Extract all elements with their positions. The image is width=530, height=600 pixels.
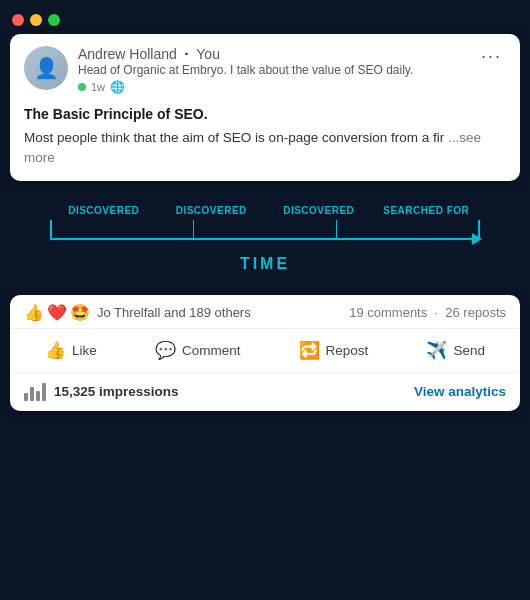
reaction-persons[interactable]: Jo Threlfall and 189 others bbox=[97, 305, 251, 320]
timeline-labels: DISCOVERED DISCOVERED DISCOVERED SEARCHE… bbox=[40, 205, 490, 216]
reaction-counts: 19 comments · 26 reposts bbox=[349, 305, 506, 320]
author-name: Andrew Holland · You bbox=[78, 46, 413, 62]
post-text: Most people think that the aim of SEO is… bbox=[24, 128, 506, 169]
post-header-left: 👤 Andrew Holland · You Head of Organic a… bbox=[24, 46, 413, 94]
tick-3 bbox=[336, 220, 338, 238]
bar-chart-icon bbox=[24, 383, 46, 401]
reactions-row: 👍 ❤️ 🤩 Jo Threlfall and 189 others 19 co… bbox=[10, 295, 520, 329]
send-button[interactable]: ✈️ Send bbox=[416, 333, 495, 368]
globe-icon: 🌐 bbox=[110, 80, 125, 94]
timeline-label-1: DISCOVERED bbox=[50, 205, 158, 216]
impressions-left: 15,325 impressions bbox=[24, 383, 179, 401]
repost-button[interactable]: 🔁 Repost bbox=[289, 333, 379, 368]
online-indicator bbox=[78, 83, 86, 91]
timeline-arrow bbox=[472, 233, 482, 245]
more-options-button[interactable]: ··· bbox=[477, 46, 506, 67]
timeline-line-wrapper bbox=[50, 238, 480, 241]
time-label: TIME bbox=[240, 255, 290, 273]
post-header: 👤 Andrew Holland · You Head of Organic a… bbox=[10, 34, 520, 102]
timeline-label-2: DISCOVERED bbox=[158, 205, 266, 216]
post-title: The Basic Principle of SEO. bbox=[24, 106, 506, 122]
like-icon: 👍 bbox=[45, 340, 66, 361]
avatar: 👤 bbox=[24, 46, 68, 90]
bottom-card: 👍 ❤️ 🤩 Jo Threlfall and 189 others 19 co… bbox=[10, 295, 520, 411]
tick-2 bbox=[193, 220, 195, 238]
like-button[interactable]: 👍 Like bbox=[35, 333, 107, 368]
author-info: Andrew Holland · You Head of Organic at … bbox=[78, 46, 413, 94]
timeline-label-3: DISCOVERED bbox=[265, 205, 373, 216]
timeline-label-4: SEARCHED FOR bbox=[373, 205, 481, 216]
tick-1 bbox=[50, 220, 52, 238]
post-card: 👤 Andrew Holland · You Head of Organic a… bbox=[10, 34, 520, 181]
timeline-track bbox=[40, 220, 490, 241]
repost-icon: 🔁 bbox=[299, 340, 320, 361]
author-title: Head of Organic at Embryo. I talk about … bbox=[78, 63, 413, 77]
comment-icon: 💬 bbox=[155, 340, 176, 361]
wow-emoji: 🤩 bbox=[70, 303, 90, 322]
like-emoji: 👍 bbox=[24, 303, 44, 322]
timeline-area: DISCOVERED DISCOVERED DISCOVERED SEARCHE… bbox=[10, 181, 520, 283]
comment-button[interactable]: 💬 Comment bbox=[145, 333, 251, 368]
reaction-avatars: 👍 ❤️ 🤩 Jo Threlfall and 189 others bbox=[24, 303, 251, 322]
timeline-line bbox=[50, 238, 480, 241]
send-icon: ✈️ bbox=[426, 340, 447, 361]
heart-emoji: ❤️ bbox=[47, 303, 67, 322]
timeline-ticks bbox=[50, 220, 480, 238]
actions-row: 👍 Like 💬 Comment 🔁 Repost ✈️ Send bbox=[10, 329, 520, 373]
post-content: The Basic Principle of SEO. Most people … bbox=[10, 102, 520, 181]
author-meta: 1w 🌐 bbox=[78, 80, 413, 94]
impressions-row: 15,325 impressions View analytics bbox=[10, 373, 520, 411]
impressions-count: 15,325 impressions bbox=[54, 384, 179, 399]
view-analytics-button[interactable]: View analytics bbox=[414, 384, 506, 399]
